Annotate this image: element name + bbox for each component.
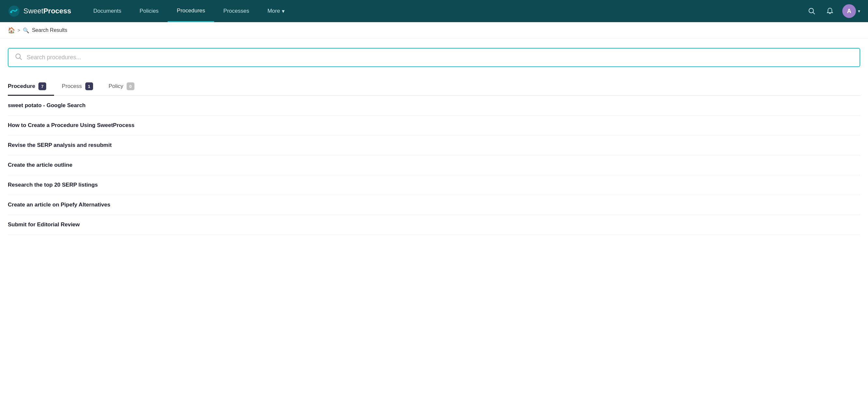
breadcrumb-separator: > (18, 28, 20, 33)
nav-right: A ▾ (806, 4, 860, 18)
result-title[interactable]: Create an article on Pipefy Alternatives (8, 202, 110, 208)
svg-point-1 (10, 11, 12, 13)
list-item[interactable]: How to Create a Procedure Using SweetPro… (8, 116, 860, 136)
breadcrumb: 🏠 > 🔍 Search Results (0, 22, 868, 39)
brand-logo[interactable]: SweetProcess (8, 5, 71, 17)
tab-procedure-badge: 7 (38, 82, 46, 90)
tab-procedure-label: Procedure (8, 83, 35, 90)
nav-item-more-label: More (268, 8, 280, 14)
sweetprocess-icon (8, 5, 20, 17)
svg-line-3 (813, 12, 815, 14)
search-input-icon (15, 53, 22, 62)
tab-process-label: Process (62, 83, 82, 90)
brand-name-bold: Process (43, 7, 71, 15)
avatar-dropdown-caret: ▾ (858, 8, 860, 14)
result-title[interactable]: How to Create a Procedure Using SweetPro… (8, 122, 134, 128)
search-input[interactable] (27, 54, 853, 61)
result-title[interactable]: sweet potato - Google Search (8, 102, 86, 109)
list-item[interactable]: Submit for Editorial Review (8, 215, 860, 235)
chevron-down-icon: ▾ (282, 8, 285, 14)
svg-line-5 (20, 58, 22, 60)
search-container (8, 48, 860, 67)
results-list: sweet potato - Google SearchHow to Creat… (8, 96, 860, 235)
brand-name-plain: Sweet (24, 7, 43, 15)
tab-process-badge: 1 (85, 82, 93, 90)
search-icon (808, 7, 815, 14)
nav-item-policies[interactable]: Policies (130, 0, 168, 22)
nav-item-documents[interactable]: Documents (84, 0, 130, 22)
list-item[interactable]: Create an article on Pipefy Alternatives (8, 195, 860, 215)
tab-process[interactable]: Process 1 (62, 78, 100, 96)
breadcrumb-label: Search Results (32, 27, 67, 33)
search-input-magnifier (15, 53, 22, 60)
list-item[interactable]: sweet potato - Google Search (8, 96, 860, 116)
avatar: A (842, 4, 856, 18)
result-title[interactable]: Create the article outline (8, 162, 72, 168)
home-icon[interactable]: 🏠 (8, 27, 15, 34)
navbar: SweetProcess Documents Policies Procedur… (0, 0, 868, 22)
list-item[interactable]: Create the article outline (8, 155, 860, 175)
nav-item-procedures[interactable]: Procedures (167, 0, 214, 22)
main-content: Procedure 7 Process 1 Policy 0 sweet pot… (0, 39, 868, 243)
notifications-button[interactable] (824, 5, 836, 17)
tab-policy-label: Policy (109, 83, 123, 90)
result-title[interactable]: Research the top 20 SERP listings (8, 182, 98, 188)
list-item[interactable]: Research the top 20 SERP listings (8, 175, 860, 195)
tab-policy-badge: 0 (127, 82, 134, 90)
nav-items: Documents Policies Procedures Processes … (84, 0, 806, 22)
user-menu[interactable]: A ▾ (842, 4, 860, 18)
search-button[interactable] (806, 5, 817, 17)
result-title[interactable]: Revise the SERP analysis and resubmit (8, 142, 112, 148)
bell-icon (827, 7, 833, 14)
tab-procedure[interactable]: Procedure 7 (8, 78, 54, 96)
breadcrumb-search-icon: 🔍 (23, 27, 29, 33)
nav-item-processes[interactable]: Processes (214, 0, 258, 22)
list-item[interactable]: Revise the SERP analysis and resubmit (8, 136, 860, 155)
nav-item-more[interactable]: More ▾ (258, 0, 294, 22)
tabs-container: Procedure 7 Process 1 Policy 0 (8, 78, 860, 96)
brand-name: SweetProcess (24, 7, 71, 15)
tab-policy[interactable]: Policy 0 (109, 78, 142, 96)
result-title[interactable]: Submit for Editorial Review (8, 222, 80, 228)
avatar-letter: A (847, 8, 851, 14)
